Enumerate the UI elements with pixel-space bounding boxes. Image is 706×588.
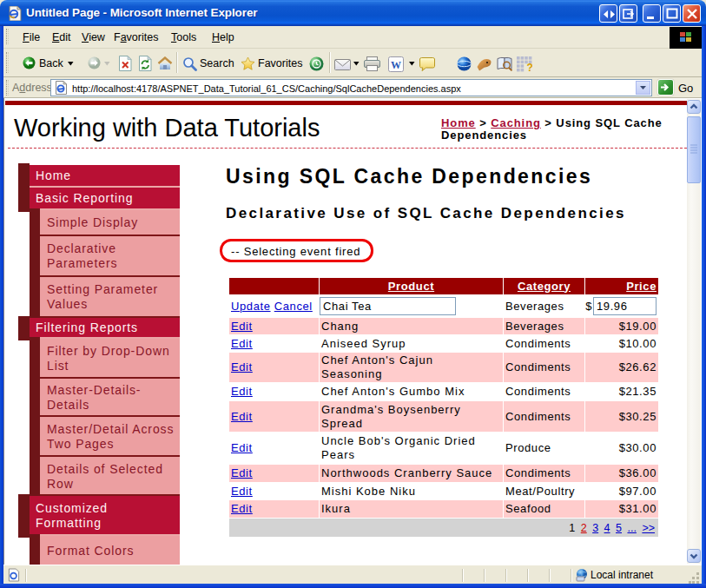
svg-text:W: W [391,59,401,71]
svg-text:?: ? [527,62,533,72]
